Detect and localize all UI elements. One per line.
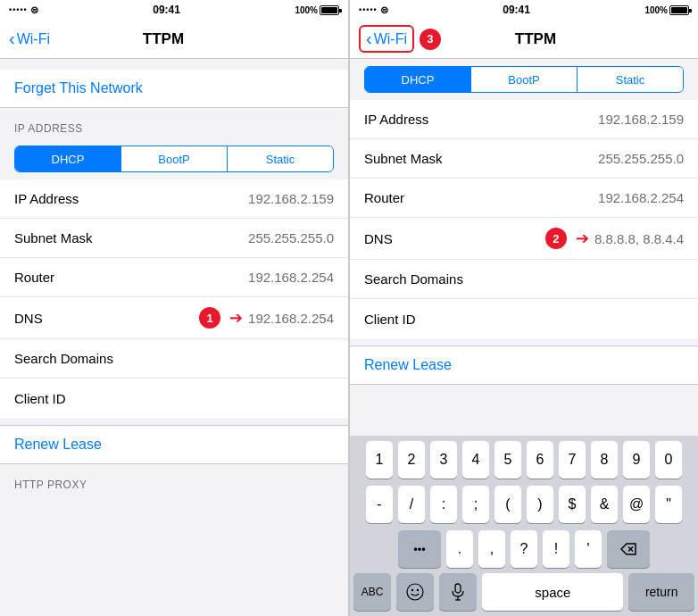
right-settings-group: IP Address 192.168.2.159 Subnet Mask 255…	[350, 100, 698, 338]
right-static-tab[interactable]: Static	[577, 67, 683, 92]
right-back-label: Wi-Fi	[374, 31, 407, 47]
left-subnet-row: Subnet Mask 255.255.255.0	[0, 219, 348, 258]
key-5[interactable]: 5	[494, 441, 521, 479]
left-back-button[interactable]: ‹ Wi-Fi	[9, 29, 50, 49]
key-exclaim[interactable]: !	[543, 530, 569, 568]
left-router-value: 192.168.2.254	[248, 270, 334, 285]
svg-point-2	[407, 584, 423, 600]
forget-network-button[interactable]: Forget This Network	[0, 70, 348, 108]
right-renew-lease-button[interactable]: Renew Lease	[350, 345, 698, 385]
left-dns-row: DNS 1 ➔ 192.168.2.254	[0, 297, 348, 339]
left-settings-group: IP Address 192.168.2.159 Subnet Mask 255…	[0, 179, 348, 418]
left-wifi-icon: ⊜	[30, 4, 38, 16]
left-search-domains-row: Search Domains	[0, 339, 348, 379]
key-3[interactable]: 3	[430, 441, 457, 479]
key-9[interactable]: 9	[623, 441, 650, 479]
left-back-label: Wi-Fi	[17, 31, 50, 47]
right-subnet-label: Subnet Mask	[364, 151, 443, 166]
key-close-paren[interactable]: )	[527, 486, 553, 523]
left-ip-address-header: IP ADDRESS	[0, 108, 348, 138]
key-open-paren[interactable]: (	[494, 486, 521, 523]
key-mic[interactable]	[439, 573, 477, 611]
left-segment-control: DHCP BootP Static	[14, 146, 334, 172]
left-nav-bar: ‹ Wi-Fi TTPM	[0, 20, 348, 59]
annotation-2-arrow: ➔	[576, 229, 589, 248]
left-client-id-row: Client ID	[0, 379, 348, 418]
keyboard-row-more: ••• . , ? ! '	[350, 525, 698, 570]
right-router-row: Router 192.168.2.254	[350, 179, 698, 218]
key-7[interactable]: 7	[559, 441, 586, 479]
right-dns-row: DNS 2 ➔ 8.8.8.8, 8.8.4.4	[350, 218, 698, 260]
key-dollar[interactable]: $	[559, 486, 586, 523]
left-nav-title: TTPM	[50, 30, 277, 48]
key-colon[interactable]: :	[430, 486, 457, 523]
left-static-tab[interactable]: Static	[227, 146, 333, 171]
keyboard-row-symbols: - / : ; ( ) $ & @ "	[350, 480, 698, 525]
left-status-bar: ••••• ⊜ 09:41 100%	[0, 0, 348, 20]
key-space[interactable]: space	[482, 573, 623, 611]
right-segment-control: DHCP BootP Static	[364, 66, 684, 93]
right-ip-value: 192.168.2.159	[598, 112, 684, 127]
key-period[interactable]: .	[446, 530, 473, 568]
left-client-id-label: Client ID	[14, 391, 66, 406]
right-signal: •••••	[359, 5, 378, 14]
right-panel: ••••• ⊜ 09:41 100% ‹ Wi-Fi 3 TTPM DHCP B…	[350, 0, 698, 616]
key-quote[interactable]: "	[655, 486, 682, 523]
right-search-domains-row: Search Domains	[350, 260, 698, 299]
annotation-1-arrow: ➔	[229, 308, 243, 328]
right-status-bar: ••••• ⊜ 09:41 100%	[350, 0, 698, 20]
keyboard-row-numbers: 1 2 3 4 5 6 7 8 9 0	[350, 436, 698, 480]
key-abc[interactable]: ABC	[353, 573, 391, 611]
key-semicolon[interactable]: ;	[462, 486, 489, 523]
left-subnet-value: 255.255.255.0	[248, 230, 334, 246]
left-dns-value: 192.168.2.254	[248, 311, 334, 326]
svg-point-3	[411, 589, 413, 591]
left-chevron-icon: ‹	[9, 29, 15, 49]
key-6[interactable]: 6	[527, 441, 553, 479]
left-time: 09:41	[153, 4, 180, 16]
key-slash[interactable]: /	[398, 486, 425, 523]
right-dhcp-tab[interactable]: DHCP	[365, 67, 470, 92]
key-2[interactable]: 2	[398, 441, 425, 479]
right-nav-title: TTPM	[445, 30, 627, 48]
keyboard-row-bottom: ABC space return	[350, 570, 698, 616]
key-delete[interactable]	[607, 530, 650, 568]
left-battery: 100%	[295, 5, 339, 15]
right-wifi-icon: ⊜	[380, 4, 388, 16]
right-bootp-tab[interactable]: BootP	[470, 67, 577, 92]
right-client-id-label: Client ID	[364, 312, 416, 327]
keyboard[interactable]: 1 2 3 4 5 6 7 8 9 0 - / : ; ( ) $ & @ " …	[350, 436, 698, 616]
right-time: 09:41	[503, 4, 530, 16]
key-4[interactable]: 4	[462, 441, 489, 479]
left-router-row: Router 192.168.2.254	[0, 258, 348, 297]
right-client-id-row: Client ID	[350, 299, 698, 338]
right-segment-container: DHCP BootP Static	[350, 59, 698, 100]
right-back-button[interactable]: ‹ Wi-Fi	[359, 25, 414, 53]
left-router-label: Router	[14, 270, 54, 285]
key-comma[interactable]: ,	[478, 530, 505, 568]
right-subnet-value: 255.255.255.0	[598, 151, 684, 166]
key-return[interactable]: return	[628, 573, 694, 611]
key-more[interactable]: •••	[398, 530, 441, 568]
left-subnet-label: Subnet Mask	[14, 230, 93, 246]
key-dash[interactable]: -	[366, 486, 393, 523]
left-search-domains-label: Search Domains	[14, 351, 113, 366]
key-ampersand[interactable]: &	[591, 486, 618, 523]
left-bootp-tab[interactable]: BootP	[120, 146, 227, 171]
key-0[interactable]: 0	[655, 441, 682, 479]
key-question[interactable]: ?	[511, 530, 537, 568]
left-dhcp-tab[interactable]: DHCP	[15, 146, 120, 171]
left-ip-address-row: IP Address 192.168.2.159	[0, 179, 348, 219]
key-emoji[interactable]	[396, 573, 434, 611]
left-ip-label: IP Address	[14, 191, 79, 206]
key-at[interactable]: @	[623, 486, 650, 523]
left-panel: ••••• ⊜ 09:41 100% ‹ Wi-Fi TTPM Forget T…	[0, 0, 348, 616]
right-dns-value: 8.8.8.8, 8.8.4.4	[594, 231, 684, 246]
right-ip-address-row: IP Address 192.168.2.159	[350, 100, 698, 139]
left-ip-value: 192.168.2.159	[248, 191, 334, 206]
left-renew-lease-button[interactable]: Renew Lease	[0, 425, 348, 464]
key-8[interactable]: 8	[591, 441, 618, 479]
key-apostrophe[interactable]: '	[575, 530, 602, 568]
right-search-domains-label: Search Domains	[364, 271, 463, 287]
key-1[interactable]: 1	[366, 441, 393, 479]
